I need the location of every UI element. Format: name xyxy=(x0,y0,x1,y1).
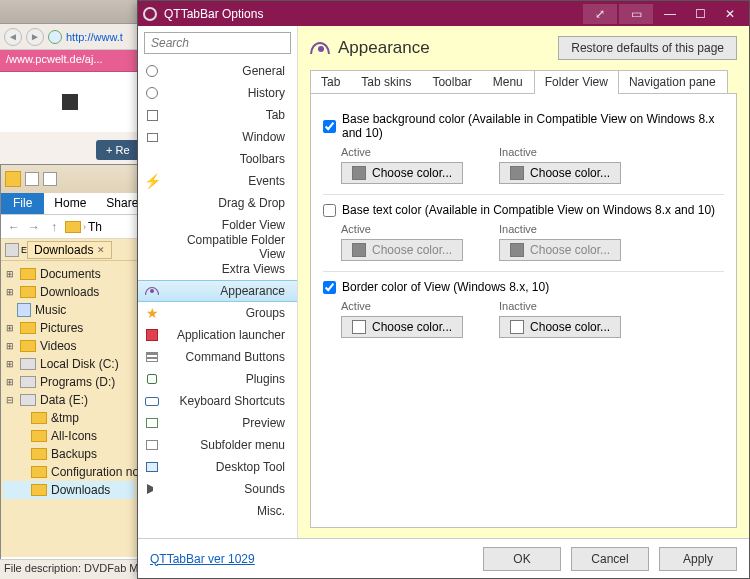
nav-item-misc-[interactable]: Misc. xyxy=(138,500,297,522)
nav-up-icon[interactable]: ↑ xyxy=(45,218,63,236)
close-button[interactable]: ✕ xyxy=(715,4,745,24)
nav-item-sounds[interactable]: Sounds xyxy=(138,478,297,500)
folder-icon xyxy=(31,412,47,424)
group-checkbox[interactable] xyxy=(323,281,336,294)
tree-item[interactable]: ⊞Programs (D:) xyxy=(3,373,135,391)
url-field[interactable]: http://www.t xyxy=(66,31,136,43)
back-icon[interactable]: ◄ xyxy=(4,28,22,46)
group-checkbox[interactable] xyxy=(323,204,336,217)
button-label: Choose color... xyxy=(372,243,452,257)
tree-item[interactable]: ⊞Local Disk (C:) xyxy=(3,355,135,373)
tree-item[interactable]: Music xyxy=(3,301,135,319)
tab-folder-view[interactable]: Folder View xyxy=(534,70,619,94)
nav-item-compatible-folder-view[interactable]: Compatible Folder View xyxy=(138,236,297,258)
options-sidebar: GeneralHistoryTabWindowToolbars⚡EventsDr… xyxy=(138,26,298,538)
nav-item-desktop-tool[interactable]: Desktop Tool xyxy=(138,456,297,478)
tree-item[interactable]: ⊞Downloads xyxy=(3,283,135,301)
nav-item-history[interactable]: History xyxy=(138,82,297,104)
group-checkbox[interactable] xyxy=(323,120,336,133)
nav-item-toolbars[interactable]: Toolbars xyxy=(138,148,297,170)
nav-item-drag-drop[interactable]: Drag & Drop xyxy=(138,192,297,214)
nav-item-tab[interactable]: Tab xyxy=(138,104,297,126)
nav-item-events[interactable]: ⚡Events xyxy=(138,170,297,192)
tree-item[interactable]: Configuration no xyxy=(3,463,135,481)
path-segment[interactable]: Th xyxy=(88,220,102,234)
nav-item-preview[interactable]: Preview xyxy=(138,412,297,434)
expand-icon[interactable]: ⊟ xyxy=(5,396,14,405)
tree-item[interactable]: ⊞Videos xyxy=(3,337,135,355)
pin-button[interactable]: ⤢ xyxy=(583,4,617,24)
expand-icon[interactable]: ⊞ xyxy=(5,288,14,297)
choose-color-button: Choose color... xyxy=(341,239,463,261)
tree-item[interactable]: ⊞Pictures xyxy=(3,319,135,337)
nav-label: Groups xyxy=(166,306,285,320)
browser-tab[interactable]: /www.pcwelt.de/aj... xyxy=(0,50,140,72)
group-title: Base text color (Available in Compatible… xyxy=(342,203,715,217)
nav-label: Misc. xyxy=(166,504,285,518)
explorer-ribbon: File Home Share xyxy=(1,193,137,215)
inactive-label: Inactive xyxy=(499,223,621,235)
nav-item-general[interactable]: General xyxy=(138,60,297,82)
apply-button[interactable]: Apply xyxy=(659,547,737,571)
choose-color-button[interactable]: Choose color... xyxy=(341,316,463,338)
nav-item-window[interactable]: Window xyxy=(138,126,297,148)
nav-item-groups[interactable]: ★Groups xyxy=(138,302,297,324)
ribbon-home[interactable]: Home xyxy=(44,193,96,214)
clock-icon xyxy=(138,87,166,99)
search-input[interactable] xyxy=(144,32,291,54)
qttab-tab[interactable]: Downloads ✕ xyxy=(27,241,112,259)
close-icon[interactable]: ✕ xyxy=(97,245,105,255)
version-link[interactable]: QTTabBar ver 1029 xyxy=(150,552,255,566)
button-label: Choose color... xyxy=(530,243,610,257)
tree-item[interactable]: &tmp xyxy=(3,409,135,427)
tree-item[interactable]: All-Icons xyxy=(3,427,135,445)
nav-item-plugins[interactable]: Plugins xyxy=(138,368,297,390)
nav-item-keyboard-shortcuts[interactable]: Keyboard Shortcuts xyxy=(138,390,297,412)
expand-icon[interactable]: ⊞ xyxy=(5,324,14,333)
tree-label: Downloads xyxy=(51,483,110,497)
add-button[interactable]: + Re xyxy=(96,140,140,160)
ribbon-file[interactable]: File xyxy=(1,193,44,214)
nav-item-extra-views[interactable]: Extra Views xyxy=(138,258,297,280)
tree-item[interactable]: ⊞Documents xyxy=(3,265,135,283)
nav-item-command-buttons[interactable]: Command Buttons xyxy=(138,346,297,368)
forward-icon[interactable]: ► xyxy=(26,28,44,46)
nav-back-icon[interactable]: ← xyxy=(5,218,23,236)
folder-tree: ⊞Documents⊞DownloadsMusic⊞Pictures⊞Video… xyxy=(1,261,137,557)
prev-icon xyxy=(138,418,166,428)
ok-button[interactable]: OK xyxy=(483,547,561,571)
tree-item[interactable]: Downloads xyxy=(3,481,135,499)
choose-color-button[interactable]: Choose color... xyxy=(499,162,621,184)
active-label: Active xyxy=(341,146,463,158)
tab-tab-skins[interactable]: Tab skins xyxy=(351,71,422,93)
maximize-button[interactable]: ☐ xyxy=(685,4,715,24)
eye-icon xyxy=(138,287,166,295)
ontop-button[interactable]: ▭ xyxy=(619,4,653,24)
tree-item[interactable]: Backups xyxy=(3,445,135,463)
nav-item-application-launcher[interactable]: Application launcher xyxy=(138,324,297,346)
nav-label: Compatible Folder View xyxy=(166,233,285,261)
expand-icon[interactable]: ⊞ xyxy=(5,270,14,279)
restore-defaults-button[interactable]: Restore defaults of this page xyxy=(558,36,737,60)
tab-navigation-pane[interactable]: Navigation pane xyxy=(619,71,727,93)
nav-fwd-icon[interactable]: → xyxy=(25,218,43,236)
expand-icon[interactable]: ⊞ xyxy=(5,342,14,351)
tab-toolbar[interactable]: Toolbar xyxy=(422,71,482,93)
toolbar-icon[interactable] xyxy=(43,172,57,186)
button-label: Choose color... xyxy=(530,320,610,334)
nav-item-subfolder-menu[interactable]: Subfolder menu xyxy=(138,434,297,456)
tab-tab[interactable]: Tab xyxy=(311,71,351,93)
expand-icon[interactable]: ⊞ xyxy=(5,360,14,369)
choose-color-button[interactable]: Choose color... xyxy=(499,316,621,338)
tab-menu[interactable]: Menu xyxy=(483,71,534,93)
minimize-button[interactable]: — xyxy=(655,4,685,24)
choose-color-button[interactable]: Choose color... xyxy=(341,162,463,184)
nav-item-appearance[interactable]: Appearance xyxy=(138,280,297,302)
globe-icon xyxy=(48,30,62,44)
cancel-button[interactable]: Cancel xyxy=(571,547,649,571)
nav-label: Window xyxy=(166,130,285,144)
toolbar-icon[interactable] xyxy=(25,172,39,186)
tree-item[interactable]: ⊟Data (E:) xyxy=(3,391,135,409)
expand-icon[interactable]: ⊞ xyxy=(5,378,14,387)
options-dialog: QTTabBar Options ⤢ ▭ — ☐ ✕ GeneralHistor… xyxy=(137,0,750,579)
